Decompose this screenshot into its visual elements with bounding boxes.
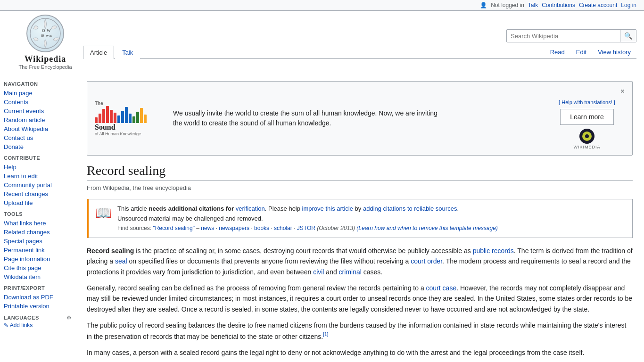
article-body: Record sealing is the practice of sealin…: [87, 246, 633, 362]
learn-more-button[interactable]: Learn more: [560, 109, 614, 125]
log-in-link[interactable]: Log in: [621, 2, 636, 8]
jstor-link[interactable]: JSTOR: [297, 225, 315, 231]
improve-article-link[interactable]: improve this article: [302, 205, 353, 212]
template-message-link[interactable]: (Learn how and when to remove this templ…: [356, 225, 498, 231]
svg-text:W: W: [46, 34, 49, 38]
court-order-link[interactable]: court order: [411, 257, 442, 265]
wikimedia-logo-icon: [579, 129, 594, 144]
sidebar-item-what-links-here[interactable]: What links here: [4, 219, 72, 228]
wikimedia-logo-area: WIKIMEDIA: [573, 129, 600, 149]
seal-link[interactable]: seal: [115, 257, 127, 265]
tab-talk[interactable]: Talk: [115, 46, 140, 59]
court-case-link[interactable]: court case: [426, 284, 457, 292]
sidebar-item-download-pdf[interactable]: Download as PDF: [4, 293, 72, 302]
sidebar-item-donate[interactable]: Donate: [4, 142, 72, 151]
contributions-link[interactable]: Contributions: [542, 2, 575, 8]
svg-text:Ω: Ω: [42, 28, 45, 33]
tab-read[interactable]: Read: [545, 46, 570, 58]
sidebar-item-learn-to-edit[interactable]: Learn to edit: [4, 172, 72, 181]
sidebar-add-links[interactable]: Add links: [4, 321, 72, 329]
verification-link[interactable]: verification: [236, 205, 265, 212]
header-top-area: 🔍: [83, 29, 636, 42]
article-paragraph-3: The public policy of record sealing bala…: [87, 320, 633, 341]
languages-header: Languages ⚙: [4, 314, 72, 321]
citation-find: Find sources: "Record sealing" – news · …: [117, 224, 626, 233]
citation-date: (October 2013) (Learn how and when to re…: [317, 225, 498, 231]
tools-section-title: Tools: [4, 211, 72, 217]
tab-article[interactable]: Article: [83, 46, 114, 59]
banner-text: We usually invite the world to create th…: [173, 108, 542, 128]
news-link[interactable]: news: [201, 225, 214, 231]
sidebar-item-community-portal[interactable]: Community portal: [4, 181, 72, 189]
sidebar-item-current-events[interactable]: Current events: [4, 107, 72, 115]
citation-main-text: This article needs additional citations …: [117, 204, 626, 224]
article-content: The Sound of: [75, 74, 644, 362]
logo-area: Ω W 維 W ж Wikipedia The Free Encyclopedi…: [8, 15, 83, 74]
sidebar-item-printable-version[interactable]: Printable version: [4, 302, 72, 311]
sidebar-item-wikidata-item[interactable]: Wikidata item: [4, 272, 72, 281]
sidebar-item-about-wikipedia[interactable]: About Wikipedia: [4, 124, 72, 133]
search-button[interactable]: 🔍: [620, 30, 636, 42]
sound-title: Sound: [95, 123, 116, 132]
newspapers-link[interactable]: newspapers: [219, 225, 249, 231]
sound-subtitle: of All Human Knowledge.: [95, 132, 142, 136]
sound-logo: The Sound of: [95, 101, 165, 136]
article-paragraph-2: Generally, record sealing can be defined…: [87, 283, 633, 314]
banner-close-button[interactable]: ×: [620, 87, 625, 96]
languages-section-title: Languages: [4, 315, 39, 321]
create-account-link[interactable]: Create account: [579, 2, 617, 8]
banner-right: × [ Help with translations! ] Learn more…: [549, 87, 625, 149]
sidebar-item-permanent-link[interactable]: Permanent link: [4, 246, 72, 255]
article-paragraph-4: In many cases, a person with a sealed re…: [87, 347, 633, 358]
citation-icon: 📖: [95, 205, 112, 221]
svg-text:W: W: [47, 28, 51, 33]
public-records-link[interactable]: public records: [473, 247, 514, 255]
search-input[interactable]: [507, 30, 620, 42]
scholar-link[interactable]: scholar: [274, 225, 292, 231]
talk-link[interactable]: Talk: [528, 2, 538, 8]
sidebar-item-contact-us[interactable]: Contact us: [4, 133, 72, 142]
tab-view-history[interactable]: View history: [592, 46, 636, 58]
sidebar-item-recent-changes[interactable]: Recent changes: [4, 189, 72, 198]
sidebar-item-related-changes[interactable]: Related changes: [4, 228, 72, 237]
sidebar-item-help[interactable]: Help: [4, 163, 72, 172]
not-logged-in-label: Not logged in: [491, 2, 524, 8]
sidebar-item-random-article[interactable]: Random article: [4, 115, 72, 124]
top-bar: 👤 Not logged in Talk Contributions Creat…: [0, 0, 644, 11]
sidebar-contribute: Contribute Help Learn to edit Community …: [4, 155, 72, 207]
contribute-section-title: Contribute: [4, 155, 72, 161]
adding-citations-link[interactable]: adding citations to reliable sources: [363, 205, 457, 212]
languages-settings-icon[interactable]: ⚙: [66, 314, 72, 321]
sound-bars: [95, 106, 147, 123]
svg-text:維: 維: [41, 34, 44, 38]
books-link[interactable]: books: [254, 225, 269, 231]
sidebar-item-upload-file[interactable]: Upload file: [4, 198, 72, 207]
the-label: The: [95, 101, 103, 106]
logo-svg: Ω W 維 W ж: [29, 17, 62, 50]
record-sealing-link[interactable]: "Record sealing": [153, 225, 195, 231]
main-layout: Navigation Main page Contents Current ev…: [0, 74, 644, 362]
site-title[interactable]: Wikipedia: [25, 54, 66, 64]
sidebar-item-contents[interactable]: Contents: [4, 98, 72, 107]
sidebar-item-main-page[interactable]: Main page: [4, 89, 72, 98]
wikipedia-logo: Ω W 維 W ж: [26, 15, 64, 52]
wikimedia-text: WIKIMEDIA: [573, 145, 600, 149]
svg-text:ж: ж: [49, 34, 52, 38]
civil-link[interactable]: civil: [313, 268, 324, 276]
criminal-link[interactable]: criminal: [339, 268, 362, 276]
from-line: From Wikipedia, the free encyclopedia: [87, 184, 633, 191]
nav-section-title: Navigation: [4, 81, 72, 87]
banner-help-text[interactable]: [ Help with translations! ]: [559, 99, 615, 105]
search-box[interactable]: 🔍: [506, 29, 636, 42]
citation-content: This article needs additional citations …: [117, 204, 626, 233]
site-subtitle: The Free Encyclopedia: [18, 64, 72, 70]
article-paragraph-1: Record sealing is the practice of sealin…: [87, 246, 633, 277]
wikimedia-banner: The Sound of: [87, 81, 633, 156]
sidebar-tools: Tools What links here Related changes Sp…: [4, 211, 72, 281]
tab-edit[interactable]: Edit: [570, 46, 592, 58]
user-icon: 👤: [480, 2, 487, 8]
sidebar-item-page-information[interactable]: Page information: [4, 255, 72, 263]
sidebar-item-special-pages[interactable]: Special pages: [4, 237, 72, 246]
sidebar-item-cite-this-page[interactable]: Cite this page: [4, 263, 72, 272]
sidebar-navigation: Navigation Main page Contents Current ev…: [4, 81, 72, 151]
